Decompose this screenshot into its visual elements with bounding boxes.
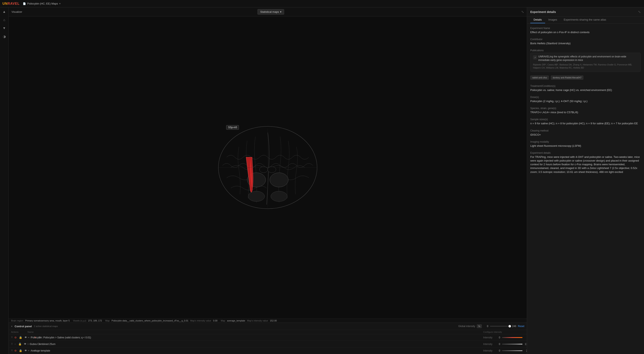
layer-row-1: ⠿ ⊖ 🔒 👁 ☆ ✕ ⬇ ✦ Psilocybin: Psilocybin >…	[9, 334, 527, 341]
layer2-lock-icon[interactable]: 🔒	[18, 342, 22, 346]
pub-title-text: UNRAVELing the synergistic effects of ps…	[538, 55, 638, 62]
layer3-intensity: Intensity 0 246 Reset	[483, 349, 524, 352]
publication-card: ⇗ UNRAVELing the synergistic effects of …	[530, 53, 641, 72]
pub-link-icon[interactable]: ⇗	[533, 55, 537, 60]
svg-point-3	[260, 167, 268, 173]
tab-images[interactable]: Images	[545, 17, 560, 23]
sidebar: ▲ ⌂ ▼ ◑	[0, 8, 9, 354]
dose-label: Dose(s)	[530, 96, 641, 99]
layer1-remove-icon[interactable]: ⊖	[14, 335, 17, 339]
layer1-name-text: Psilocybin: Psilocybin > Saline (valid c…	[31, 336, 91, 339]
layer2-remove-icon[interactable]: ○	[14, 342, 17, 346]
brain-svg	[206, 116, 330, 219]
layer1-intensity-min: 0	[494, 336, 500, 339]
dose-value: Psilocybin (2 mg/kg, i.p.); 4-OHT (50 mg…	[530, 99, 641, 103]
map2-intensity-value: 152.00	[270, 319, 277, 322]
sidebar-icon-home[interactable]: ⌂	[2, 17, 6, 23]
pct-badge: %	[477, 324, 482, 328]
layer2-eye-icon[interactable]: 👁	[23, 342, 27, 346]
section-sample: Sample sizes(s) n = 9 for saline (HC); n…	[530, 118, 641, 125]
layer1-actions: ⠿ ⊖ 🔒 👁 ☆ ✕ ⬇	[11, 335, 28, 339]
layer3-eye-icon[interactable]: 👁	[24, 349, 28, 352]
species-label: Species, strain, gene(s)	[530, 107, 641, 110]
layer3-name: ✦ Average template	[28, 349, 483, 352]
layer1-intensity: Intensity 0 32 Reset	[483, 336, 524, 339]
statistical-maps-button[interactable]: Statistical maps ▾	[258, 9, 284, 15]
layer2-slider-container	[502, 344, 522, 344]
layer1-slider-container	[502, 337, 522, 338]
sample-label: Sample sizes(s)	[530, 118, 641, 121]
tag-donkey: donkey anti-Rabbit Alexa647	[551, 76, 583, 80]
sidebar-icon-circle[interactable]: ◑	[2, 34, 6, 39]
stat-maps-label: Statistical maps	[260, 10, 279, 13]
control-panel: ▾ Control panel 2 active statistical map…	[9, 322, 527, 354]
right-panel-tabs: Details Images Experiments sharing the s…	[527, 17, 644, 24]
control-panel-expand-icon[interactable]: ▾	[11, 325, 12, 328]
gi-min-value: 0	[484, 325, 488, 328]
sidebar-icon-up[interactable]: ▲	[2, 9, 7, 15]
brain-region-label: Brain region	[11, 319, 23, 322]
layer1-lock-icon[interactable]: 🔒	[18, 335, 23, 339]
app-logo: UNRAVEL	[2, 2, 20, 6]
section-experiment-details: Experiment details For TRAPing, mice wer…	[530, 151, 641, 174]
layer-row-3: ⠿ ⊖ 🔒 👁 ☆ ⬇ ✦ Average template Intensity…	[9, 347, 527, 354]
status-bar: Brain region Primary somatosensory area,…	[9, 319, 527, 322]
svg-point-4	[268, 167, 276, 173]
control-panel-subtitle: 2 active statistical maps	[34, 325, 58, 327]
topbar: UNRAVEL 📄 Psilocybin (HC; EE) Maps ▾	[0, 0, 644, 8]
col-actions-label: Actions	[11, 331, 28, 333]
layer2-name: ℹ Gubra Combined 25um	[28, 343, 483, 345]
layer3-slider-container	[502, 350, 522, 351]
layer1-intensity-label: Intensity	[483, 336, 492, 339]
layer3-name-text: Average template	[31, 349, 50, 352]
layer1-gradient-track[interactable]	[502, 337, 522, 338]
layer1-eye-icon[interactable]: 👁	[24, 335, 28, 339]
col-name-label: Name	[28, 331, 483, 333]
section-contributor: Contributor Boris Heifets (Stanford Univ…	[530, 38, 641, 45]
layer3-remove-icon[interactable]: ⊖	[14, 349, 17, 352]
map-intensity-label: Map's intensity value	[190, 319, 211, 322]
global-intensity-label: Global intensity	[458, 325, 475, 328]
global-intensity-area: Global intensity % 0 246 Reset	[458, 324, 524, 328]
right-panel-close-button[interactable]: ⤡	[638, 10, 641, 14]
section-clearing: Clearing method iDISCO+	[530, 129, 641, 137]
layer1-name: ✦ Psilocybin: Psilocybin > Saline (valid…	[28, 336, 483, 339]
treatment-value: Psilocybin vs. saline; home cage (HC) vs…	[530, 88, 641, 92]
layer2-intensity-label: Intensity	[483, 343, 492, 345]
imaging-value: Light sheet fluorescent microscopy (LSFM…	[530, 144, 641, 148]
experiment-details-value: For TRAPing, mice were injected with 4-O…	[530, 155, 641, 174]
clearing-value: iDISCO+	[530, 133, 641, 137]
section-dose: Dose(s) Psilocybin (2 mg/kg, i.p.); 4-OH…	[530, 96, 641, 103]
voxels-label: Voxels (x,y,z)	[73, 319, 86, 322]
layer2-intensity-min: 0	[494, 343, 500, 345]
clearing-label: Clearing method	[530, 129, 641, 132]
brain-region-value: Primary somatosensory area, mouth, layer…	[25, 319, 70, 322]
tab-details[interactable]: Details	[530, 17, 545, 23]
layer2-drag-handle[interactable]: ⠿	[11, 343, 13, 345]
svg-point-5	[248, 191, 265, 201]
layer3-type-icon: ✦	[28, 349, 30, 352]
map2-label: Map	[221, 319, 225, 322]
layer3-drag-handle[interactable]: ⠿	[11, 349, 13, 352]
treatment-label: Treatment/Condition(s)	[530, 85, 641, 88]
sidebar-icon-down[interactable]: ▼	[2, 26, 7, 31]
map2-intensity-label: Map's intensity value	[247, 319, 268, 322]
layer3-lock-icon[interactable]: 🔒	[18, 349, 23, 352]
global-intensity-slider[interactable]	[490, 326, 510, 327]
tab-chevron-icon[interactable]: ▾	[59, 2, 61, 5]
layer1-intensity-max: 32	[524, 336, 527, 339]
tab-sharing-atlas[interactable]: Experiments sharing the same atlas	[560, 17, 610, 23]
svg-point-6	[271, 191, 287, 201]
visualizer-header: Visualizer Statistical maps ▾ ⤡	[9, 8, 527, 17]
layer3-gradient-track[interactable]	[502, 350, 522, 351]
layer-row-2: ⠿ ○ 🔒 👁 ☆ → ⬇ ℹ Gubra Combined 25um Inte…	[9, 341, 527, 347]
global-intensity-thumb[interactable]	[508, 325, 511, 327]
visualizer-close-button[interactable]: ⤡	[521, 10, 524, 14]
layer1-drag-handle[interactable]: ⠿	[11, 336, 13, 339]
section-tags: rabbit anti-cfos donkey anti-Rabbit Alex…	[530, 76, 641, 81]
layer2-gradient-track[interactable]	[502, 344, 522, 344]
global-reset-button[interactable]: Reset	[518, 325, 524, 328]
brain-area: SSp-m5	[9, 17, 527, 319]
layers-header: Actions Name Configure intensity	[9, 330, 527, 334]
voxels-value: 273, 189, 172	[88, 319, 102, 322]
